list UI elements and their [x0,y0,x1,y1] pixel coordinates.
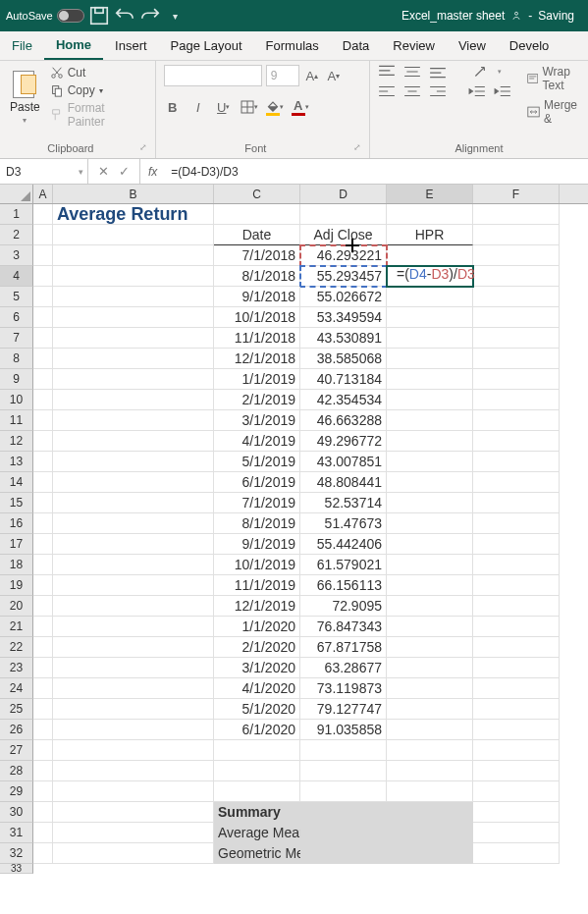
row-header[interactable]: 14 [0,472,33,493]
row-header[interactable]: 23 [0,658,33,678]
menu-formulas[interactable]: Formulas [254,31,331,60]
cell[interactable] [387,472,473,493]
cell[interactable] [473,307,560,328]
cell[interactable] [473,575,560,596]
cell[interactable] [53,493,214,513]
cell[interactable] [387,720,473,740]
fill-color-button[interactable]: ⬙▾ [266,98,284,116]
menu-home[interactable]: Home [44,31,103,60]
row-header[interactable]: 32 [0,843,33,864]
cell[interactable] [53,596,214,617]
spreadsheet-grid[interactable]: A B C D E F 1Average Return2DateAdj Clos… [0,185,588,874]
cell[interactable] [33,658,53,678]
cell[interactable] [33,204,53,225]
cell[interactable] [33,637,53,658]
font-name-combo[interactable] [164,65,262,86]
cell[interactable] [387,266,473,287]
toggle-off-icon[interactable] [57,9,84,23]
cell[interactable] [473,493,560,513]
cell[interactable] [33,617,53,637]
row-header[interactable]: 22 [0,637,33,658]
cell[interactable] [473,761,560,781]
cell[interactable]: 9/1/2019 [214,534,300,555]
font-launcher-icon[interactable]: ⤢ [353,142,361,152]
cell[interactable] [53,369,214,390]
cell[interactable] [33,410,53,431]
cell[interactable] [53,781,214,802]
decrease-font-icon[interactable]: A▾ [325,67,343,84]
menu-file[interactable]: File [0,31,44,60]
col-header-b[interactable]: B [53,185,214,203]
cell[interactable]: 1/1/2020 [214,617,300,637]
cell[interactable] [300,802,387,823]
cell[interactable] [53,452,214,472]
cell[interactable]: 5/1/2019 [214,452,300,472]
row-header[interactable]: 15 [0,493,33,513]
cell[interactable]: 79.127747 [300,699,387,720]
cell[interactable]: 4/1/2019 [214,431,300,452]
cell[interactable]: 11/1/2019 [214,575,300,596]
menu-insert[interactable]: Insert [103,31,159,60]
cell[interactable] [53,307,214,328]
row-header[interactable]: 13 [0,452,33,472]
cell[interactable] [473,204,560,225]
row-header[interactable]: 30 [0,802,33,823]
cell[interactable]: 2/1/2020 [214,637,300,658]
cell[interactable]: 6/1/2020 [214,720,300,740]
row-header[interactable]: 1 [0,204,33,225]
autosave-toggle[interactable]: AutoSave [6,9,84,23]
cell[interactable]: 46.663288 [300,410,387,431]
cell[interactable] [473,287,560,307]
cell[interactable] [473,740,560,761]
cell[interactable] [33,699,53,720]
cell[interactable] [387,823,473,843]
align-right-icon[interactable] [429,84,447,98]
cell[interactable] [473,452,560,472]
cell[interactable]: Summary [214,802,300,823]
cell[interactable]: 3/1/2020 [214,658,300,678]
cell[interactable] [387,575,473,596]
cell[interactable] [473,390,560,410]
cell[interactable] [300,823,387,843]
cell[interactable]: HPR [387,225,473,245]
cell[interactable]: 51.47673 [300,513,387,534]
row-header[interactable]: 11 [0,410,33,431]
menu-view[interactable]: View [447,31,498,60]
cell[interactable] [33,720,53,740]
merge-center-button[interactable]: Merge & [527,98,580,126]
cell[interactable]: 49.296772 [300,431,387,452]
cell[interactable] [387,452,473,472]
cell[interactable] [53,431,214,452]
cell[interactable] [387,369,473,390]
row-header[interactable]: 19 [0,575,33,596]
cell[interactable]: 61.579021 [300,555,387,575]
cell[interactable] [473,245,560,266]
cell[interactable] [53,266,214,287]
cell[interactable]: 2/1/2019 [214,390,300,410]
enter-formula-icon[interactable]: ✓ [119,164,130,179]
menu-review[interactable]: Review [381,31,447,60]
bold-button[interactable]: B [164,98,182,116]
cell[interactable] [387,555,473,575]
cell[interactable]: 3/1/2019 [214,410,300,431]
cell[interactable] [53,472,214,493]
cell[interactable] [33,823,53,843]
cell[interactable] [387,204,473,225]
cell[interactable]: 10/1/2019 [214,555,300,575]
decrease-indent-icon[interactable] [468,84,486,98]
cell[interactable] [300,204,387,225]
cell[interactable]: 76.847343 [300,617,387,637]
cell[interactable] [33,555,53,575]
cell[interactable] [53,720,214,740]
cell[interactable] [300,761,387,781]
cell[interactable] [53,740,214,761]
cell[interactable] [387,802,473,823]
cell[interactable]: 72.9095 [300,596,387,617]
cell[interactable]: 11/1/2018 [214,328,300,349]
cell[interactable]: 63.28677 [300,658,387,678]
col-header-a[interactable]: A [33,185,53,203]
menu-data[interactable]: Data [331,31,381,60]
row-header[interactable]: 17 [0,534,33,555]
cell[interactable] [387,245,473,266]
cell[interactable] [53,617,214,637]
